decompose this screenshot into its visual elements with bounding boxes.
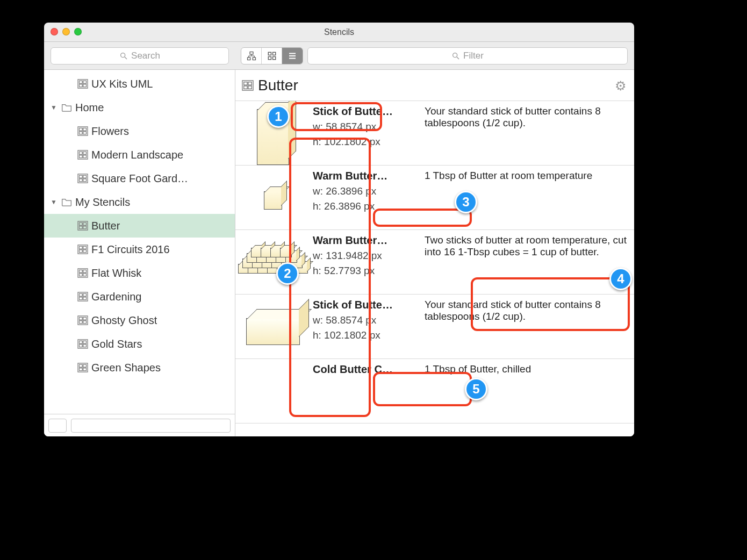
content-header: Butter ⚙ xyxy=(235,70,634,101)
sidebar-item[interactable]: Gold Stars xyxy=(44,332,235,356)
stencil-icon xyxy=(77,174,88,183)
stencil-icon xyxy=(77,221,88,231)
view-hierarchy-button[interactable] xyxy=(241,48,262,64)
svg-line-17 xyxy=(457,57,459,59)
sidebar-footer xyxy=(44,414,235,436)
stencil-list-item[interactable]: Warm Butter…w: 131.9482 pxh: 52.7793 pxT… xyxy=(235,230,634,295)
item-description: 1 Tbsp of Butter at room temperature xyxy=(418,166,634,229)
folder-icon xyxy=(61,198,72,207)
gear-icon[interactable]: ⚙ xyxy=(615,78,627,94)
svg-rect-45 xyxy=(83,246,87,249)
stencil-icon xyxy=(242,80,254,91)
minimize-icon[interactable] xyxy=(62,28,70,35)
stencil-list-item[interactable]: Cold Butter C…1 Tbsp of Butter, chilled xyxy=(235,359,634,423)
item-name: Cold Butter C… xyxy=(313,363,416,376)
svg-rect-39 xyxy=(79,222,82,225)
disclosure-triangle-icon[interactable]: ▼ xyxy=(49,104,58,111)
sidebar-item[interactable]: UX Kits UML xyxy=(44,72,235,96)
stencil-title: Butter xyxy=(258,77,298,94)
sidebar-item[interactable]: Green Shapes xyxy=(44,356,235,379)
sidebar-item-label: Square Foot Gard… xyxy=(91,173,188,185)
item-meta: Stick of Butte…w: 58.8574 pxh: 102.1802 … xyxy=(311,295,418,358)
svg-rect-50 xyxy=(83,270,87,272)
stencil-icon xyxy=(77,292,88,301)
filter-icon xyxy=(451,52,460,60)
sidebar-item[interactable]: Flat Whisk xyxy=(44,261,235,285)
close-icon[interactable] xyxy=(51,28,58,35)
item-height: h: 102.1802 px xyxy=(313,329,416,341)
svg-rect-60 xyxy=(83,317,87,320)
svg-rect-57 xyxy=(83,297,87,300)
search-placeholder: Search xyxy=(131,51,160,61)
svg-rect-27 xyxy=(83,132,87,134)
view-grid-button[interactable] xyxy=(262,48,282,64)
stencil-list-item[interactable]: Warm Butter…w: 26.3896 pxh: 26.3896 px1 … xyxy=(235,166,634,230)
sidebar: UX Kits UML▼HomeFlowersModern LandscapeS… xyxy=(44,70,235,436)
view-list-button[interactable] xyxy=(282,48,303,64)
item-meta: Warm Butter…w: 131.9482 pxh: 52.7793 px xyxy=(311,230,418,294)
toolbar: Search Filter xyxy=(44,42,634,70)
item-thumbnail xyxy=(235,230,311,294)
sidebar-item-label: Ghosty Ghost xyxy=(91,314,157,327)
svg-rect-25 xyxy=(83,128,87,131)
svg-rect-64 xyxy=(79,341,82,343)
svg-rect-21 xyxy=(79,84,82,87)
item-width: w: 26.3896 px xyxy=(313,185,416,197)
svg-rect-3 xyxy=(247,58,250,60)
svg-rect-22 xyxy=(83,84,87,87)
svg-rect-55 xyxy=(83,293,87,296)
disclosure-triangle-icon[interactable]: ▼ xyxy=(49,198,58,206)
search-input[interactable]: Search xyxy=(51,47,229,64)
svg-rect-32 xyxy=(83,155,87,158)
sidebar-item-label: Modern Landscape xyxy=(91,149,183,161)
svg-rect-61 xyxy=(79,321,82,324)
sidebar-item[interactable]: Modern Landscape xyxy=(44,143,235,167)
svg-rect-10 xyxy=(272,52,275,55)
item-height: h: 52.7793 px xyxy=(313,265,416,277)
sidebar-item[interactable]: Gardening xyxy=(44,285,235,308)
svg-rect-59 xyxy=(79,317,82,320)
svg-rect-12 xyxy=(272,56,275,59)
item-name: Stick of Butte… xyxy=(313,299,416,311)
zoom-icon[interactable] xyxy=(74,28,82,35)
stencil-item-list: Stick of Butte…w: 58.8574 pxh: 102.1802 … xyxy=(235,101,634,436)
sidebar-footer-field[interactable] xyxy=(71,419,231,433)
item-width: w: 58.8574 px xyxy=(313,314,416,326)
item-description: Two sticks of butter at room temperature… xyxy=(418,230,634,294)
item-name: Stick of Butte… xyxy=(313,105,416,118)
item-description: Your standard stick of butter contains 8… xyxy=(418,101,634,165)
svg-rect-11 xyxy=(268,56,271,59)
stencil-list-item[interactable]: Stick of Butte…w: 58.8574 pxh: 102.1802 … xyxy=(235,295,634,359)
sidebar-item-label: Butter xyxy=(91,220,120,232)
svg-rect-62 xyxy=(83,321,87,324)
sidebar-item[interactable]: Ghosty Ghost xyxy=(44,308,235,332)
sidebar-item[interactable]: Butter xyxy=(44,214,235,238)
sidebar-folder[interactable]: ▼Home xyxy=(44,96,235,119)
item-name: Warm Butter… xyxy=(313,234,416,247)
sidebar-item-label: UX Kits UML xyxy=(91,78,153,90)
svg-rect-76 xyxy=(244,85,247,88)
stencil-list-item[interactable]: Stick of Butte…w: 58.8574 pxh: 102.1802 … xyxy=(235,101,634,166)
stencil-icon xyxy=(77,363,88,372)
sidebar-item[interactable]: Flowers xyxy=(44,119,235,143)
folder-icon xyxy=(61,103,72,112)
sidebar-item[interactable]: F1 Circuits 2016 xyxy=(44,238,235,261)
svg-rect-66 xyxy=(79,344,82,347)
item-thumbnail xyxy=(235,101,311,165)
svg-rect-67 xyxy=(83,344,87,347)
item-name: Warm Butter… xyxy=(313,170,416,182)
svg-rect-37 xyxy=(83,179,87,182)
sidebar-folder[interactable]: ▼My Stencils xyxy=(44,190,235,214)
svg-rect-29 xyxy=(79,152,82,154)
window-controls xyxy=(51,28,82,35)
svg-rect-19 xyxy=(79,81,82,83)
svg-rect-30 xyxy=(83,152,87,154)
svg-rect-35 xyxy=(83,175,87,178)
sidebar-item-label: F1 Circuits 2016 xyxy=(91,243,170,256)
sidebar-item[interactable]: Square Foot Gard… xyxy=(44,167,235,190)
svg-rect-44 xyxy=(79,246,82,249)
filter-input[interactable]: Filter xyxy=(307,47,628,64)
stencil-icon xyxy=(77,315,88,325)
titlebar: Stencils xyxy=(44,23,634,42)
sidebar-footer-button[interactable] xyxy=(48,419,67,433)
